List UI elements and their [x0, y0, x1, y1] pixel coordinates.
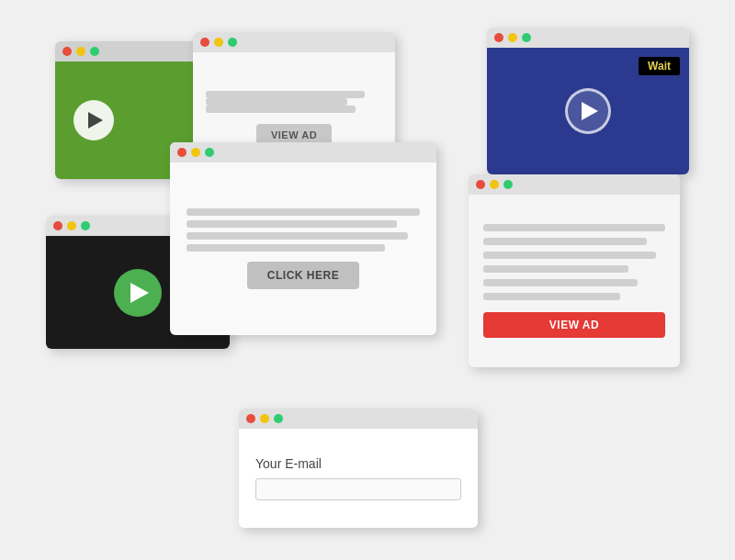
line-bar-2 [483, 238, 647, 245]
line-bar-2 [206, 98, 347, 106]
dot-green [503, 180, 513, 189]
blue-content: Wait [487, 48, 689, 174]
dot-red [53, 221, 62, 230]
blue-titlebar [487, 28, 689, 48]
email-label: Your E-mail [255, 456, 461, 471]
play-triangle-big-icon [130, 283, 149, 303]
right-titlebar [469, 174, 680, 195]
dot-yellow [260, 414, 269, 423]
scene: Skip AD VIEW AD Wait [37, 23, 698, 537]
dot-green [228, 38, 237, 47]
right-content: VIEW AD [469, 195, 680, 367]
line-bar-1 [206, 91, 365, 98]
center-titlebar [170, 142, 436, 162]
line-bar-6 [483, 293, 620, 300]
line-bar-4 [187, 244, 385, 252]
line-bar-3 [187, 232, 408, 240]
line-bar-5 [483, 279, 638, 286]
dot-yellow [490, 180, 499, 189]
dot-green [90, 47, 99, 56]
dot-red [494, 33, 503, 42]
line-bar-1 [483, 224, 665, 231]
email-titlebar [239, 409, 478, 429]
play-button-green[interactable] [74, 100, 114, 140]
right-window: VIEW AD [469, 174, 680, 367]
dot-red [246, 414, 255, 423]
center-window: CLICK HERE [170, 142, 436, 335]
dot-yellow [508, 33, 517, 42]
play-triangle-icon [88, 112, 103, 129]
dot-yellow [67, 221, 76, 230]
play-button-blue[interactable] [565, 88, 611, 134]
play-button-black[interactable] [114, 269, 162, 317]
dot-yellow [76, 47, 85, 56]
view-ad-button-red[interactable]: VIEW AD [483, 312, 665, 338]
dot-red [62, 47, 72, 56]
dot-red [177, 148, 187, 157]
gray-top-titlebar [193, 32, 395, 52]
email-window: Your E-mail [239, 409, 478, 528]
dot-green [205, 148, 214, 157]
dot-green [522, 33, 531, 42]
center-lines [187, 208, 420, 252]
dot-green [81, 221, 90, 230]
content-lines [206, 91, 382, 113]
click-here-button[interactable]: CLICK HERE [247, 262, 359, 289]
dot-red [200, 38, 209, 47]
center-content: CLICK HERE [170, 162, 436, 335]
email-input[interactable] [255, 478, 461, 500]
email-content: Your E-mail [239, 429, 478, 528]
wait-label: Wait [639, 57, 680, 75]
play-triangle-white-icon [582, 102, 598, 120]
line-bar-1 [187, 208, 420, 216]
dot-red [476, 180, 485, 189]
dot-yellow [191, 148, 200, 157]
line-bar-3 [206, 106, 356, 113]
line-bar-4 [483, 265, 628, 273]
dot-green [274, 414, 283, 423]
blue-video-window: Wait [487, 28, 689, 174]
line-bar-3 [483, 252, 656, 259]
line-bar-2 [187, 220, 397, 228]
dot-yellow [214, 38, 223, 47]
